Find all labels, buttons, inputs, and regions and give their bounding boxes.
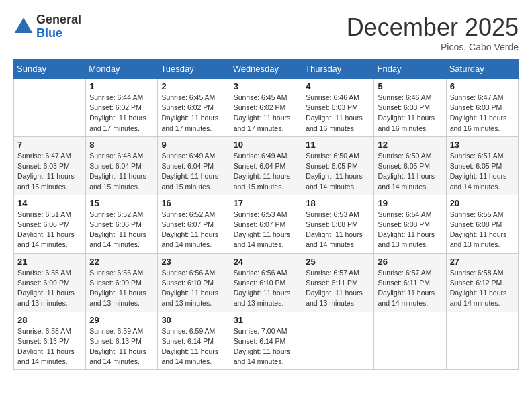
day-number: 9 bbox=[161, 140, 226, 150]
day-number: 17 bbox=[234, 198, 299, 208]
calendar-header-saturday: Saturday bbox=[446, 60, 518, 79]
calendar-cell: 20Sunrise: 6:55 AM Sunset: 6:08 PM Dayli… bbox=[446, 195, 518, 253]
day-info: Sunrise: 6:49 AM Sunset: 6:04 PM Dayligh… bbox=[234, 151, 299, 192]
calendar-cell: 23Sunrise: 6:56 AM Sunset: 6:10 PM Dayli… bbox=[158, 253, 230, 312]
day-info: Sunrise: 6:53 AM Sunset: 6:07 PM Dayligh… bbox=[234, 210, 299, 250]
calendar-cell: 7Sunrise: 6:47 AM Sunset: 6:03 PM Daylig… bbox=[14, 136, 86, 195]
day-number: 20 bbox=[450, 198, 515, 208]
svg-marker-0 bbox=[15, 17, 33, 33]
day-number: 22 bbox=[89, 257, 154, 267]
day-info: Sunrise: 6:51 AM Sunset: 6:05 PM Dayligh… bbox=[450, 151, 515, 192]
day-number: 30 bbox=[161, 315, 226, 325]
calendar-week-row: 21Sunrise: 6:55 AM Sunset: 6:09 PM Dayli… bbox=[14, 253, 519, 312]
calendar-cell: 27Sunrise: 6:58 AM Sunset: 6:12 PM Dayli… bbox=[446, 253, 518, 312]
day-number: 19 bbox=[378, 198, 442, 208]
day-info: Sunrise: 6:47 AM Sunset: 6:03 PM Dayligh… bbox=[450, 93, 515, 134]
day-number: 2 bbox=[161, 81, 226, 91]
calendar-cell: 5Sunrise: 6:46 AM Sunset: 6:03 PM Daylig… bbox=[374, 79, 446, 137]
day-info: Sunrise: 6:50 AM Sunset: 6:05 PM Dayligh… bbox=[378, 151, 442, 192]
calendar-cell: 10Sunrise: 6:49 AM Sunset: 6:04 PM Dayli… bbox=[230, 136, 302, 195]
calendar-cell: 22Sunrise: 6:56 AM Sunset: 6:09 PM Dayli… bbox=[86, 253, 158, 312]
day-number: 26 bbox=[378, 257, 442, 267]
calendar-cell: 12Sunrise: 6:50 AM Sunset: 6:05 PM Dayli… bbox=[374, 136, 446, 195]
day-info: Sunrise: 6:56 AM Sunset: 6:10 PM Dayligh… bbox=[234, 268, 299, 309]
calendar-cell: 30Sunrise: 6:59 AM Sunset: 6:14 PM Dayli… bbox=[158, 312, 230, 370]
day-info: Sunrise: 6:44 AM Sunset: 6:02 PM Dayligh… bbox=[89, 93, 154, 134]
day-number: 18 bbox=[306, 198, 370, 208]
day-info: Sunrise: 6:51 AM Sunset: 6:06 PM Dayligh… bbox=[17, 210, 82, 250]
day-number: 15 bbox=[89, 198, 154, 208]
logo-general-text: General bbox=[36, 13, 81, 27]
day-info: Sunrise: 6:56 AM Sunset: 6:10 PM Dayligh… bbox=[161, 268, 226, 309]
day-info: Sunrise: 6:56 AM Sunset: 6:09 PM Dayligh… bbox=[89, 268, 154, 309]
calendar-cell: 19Sunrise: 6:54 AM Sunset: 6:08 PM Dayli… bbox=[374, 195, 446, 253]
day-number: 8 bbox=[89, 140, 154, 150]
calendar-week-row: 14Sunrise: 6:51 AM Sunset: 6:06 PM Dayli… bbox=[14, 195, 519, 253]
calendar-cell: 29Sunrise: 6:59 AM Sunset: 6:13 PM Dayli… bbox=[86, 312, 158, 370]
day-info: Sunrise: 7:00 AM Sunset: 6:14 PM Dayligh… bbox=[234, 326, 299, 367]
calendar-cell: 28Sunrise: 6:58 AM Sunset: 6:13 PM Dayli… bbox=[14, 312, 86, 370]
day-info: Sunrise: 6:45 AM Sunset: 6:02 PM Dayligh… bbox=[234, 93, 299, 134]
calendar-table: SundayMondayTuesdayWednesdayThursdayFrid… bbox=[13, 59, 519, 370]
calendar-cell: 24Sunrise: 6:56 AM Sunset: 6:10 PM Dayli… bbox=[230, 253, 302, 312]
day-info: Sunrise: 6:52 AM Sunset: 6:07 PM Dayligh… bbox=[161, 210, 226, 250]
calendar-cell: 14Sunrise: 6:51 AM Sunset: 6:06 PM Dayli… bbox=[14, 195, 86, 253]
day-info: Sunrise: 6:46 AM Sunset: 6:03 PM Dayligh… bbox=[378, 93, 442, 134]
calendar-cell bbox=[374, 312, 446, 370]
calendar-cell: 18Sunrise: 6:53 AM Sunset: 6:08 PM Dayli… bbox=[302, 195, 374, 253]
day-info: Sunrise: 6:59 AM Sunset: 6:14 PM Dayligh… bbox=[161, 326, 226, 367]
calendar-cell: 21Sunrise: 6:55 AM Sunset: 6:09 PM Dayli… bbox=[14, 253, 86, 312]
day-number: 11 bbox=[306, 140, 370, 150]
calendar-header-sunday: Sunday bbox=[14, 60, 86, 79]
day-number: 16 bbox=[161, 198, 226, 208]
day-info: Sunrise: 6:55 AM Sunset: 6:09 PM Dayligh… bbox=[17, 268, 82, 309]
day-number: 27 bbox=[450, 257, 515, 267]
logo-text: General Blue bbox=[36, 13, 81, 40]
day-number: 10 bbox=[234, 140, 299, 150]
calendar-cell: 26Sunrise: 6:57 AM Sunset: 6:11 PM Dayli… bbox=[374, 253, 446, 312]
calendar-cell: 31Sunrise: 7:00 AM Sunset: 6:14 PM Dayli… bbox=[230, 312, 302, 370]
day-number: 28 bbox=[17, 315, 82, 325]
day-number: 14 bbox=[17, 198, 82, 208]
calendar-cell: 4Sunrise: 6:46 AM Sunset: 6:03 PM Daylig… bbox=[302, 79, 374, 137]
day-info: Sunrise: 6:58 AM Sunset: 6:12 PM Dayligh… bbox=[450, 268, 515, 309]
calendar-cell: 11Sunrise: 6:50 AM Sunset: 6:05 PM Dayli… bbox=[302, 136, 374, 195]
day-info: Sunrise: 6:47 AM Sunset: 6:03 PM Dayligh… bbox=[17, 151, 82, 192]
calendar-header-wednesday: Wednesday bbox=[230, 60, 302, 79]
calendar-week-row: 7Sunrise: 6:47 AM Sunset: 6:03 PM Daylig… bbox=[14, 136, 519, 195]
calendar-cell: 8Sunrise: 6:48 AM Sunset: 6:04 PM Daylig… bbox=[86, 136, 158, 195]
day-number: 21 bbox=[17, 257, 82, 267]
day-info: Sunrise: 6:57 AM Sunset: 6:11 PM Dayligh… bbox=[378, 268, 442, 309]
day-info: Sunrise: 6:45 AM Sunset: 6:02 PM Dayligh… bbox=[161, 93, 226, 134]
day-number: 3 bbox=[234, 81, 299, 91]
calendar-cell: 3Sunrise: 6:45 AM Sunset: 6:02 PM Daylig… bbox=[230, 79, 302, 137]
day-info: Sunrise: 6:46 AM Sunset: 6:03 PM Dayligh… bbox=[306, 93, 370, 134]
day-number: 31 bbox=[234, 315, 299, 325]
day-info: Sunrise: 6:50 AM Sunset: 6:05 PM Dayligh… bbox=[306, 151, 370, 192]
day-number: 6 bbox=[450, 81, 515, 91]
location-subtitle: Picos, Cabo Verde bbox=[347, 42, 519, 52]
title-section: December 2025 Picos, Cabo Verde bbox=[347, 13, 519, 52]
calendar-header-monday: Monday bbox=[86, 60, 158, 79]
day-info: Sunrise: 6:57 AM Sunset: 6:11 PM Dayligh… bbox=[306, 268, 370, 309]
calendar-header-tuesday: Tuesday bbox=[158, 60, 230, 79]
day-info: Sunrise: 6:58 AM Sunset: 6:13 PM Dayligh… bbox=[17, 326, 82, 367]
calendar-cell: 2Sunrise: 6:45 AM Sunset: 6:02 PM Daylig… bbox=[158, 79, 230, 137]
day-number: 5 bbox=[378, 81, 442, 91]
calendar-cell: 17Sunrise: 6:53 AM Sunset: 6:07 PM Dayli… bbox=[230, 195, 302, 253]
day-number: 24 bbox=[234, 257, 299, 267]
day-number: 23 bbox=[161, 257, 226, 267]
calendar-cell: 6Sunrise: 6:47 AM Sunset: 6:03 PM Daylig… bbox=[446, 79, 518, 137]
calendar-week-row: 1Sunrise: 6:44 AM Sunset: 6:02 PM Daylig… bbox=[14, 79, 519, 137]
day-number: 1 bbox=[89, 81, 154, 91]
logo-blue-text: Blue bbox=[36, 27, 81, 40]
day-number: 4 bbox=[306, 81, 370, 91]
day-info: Sunrise: 6:55 AM Sunset: 6:08 PM Dayligh… bbox=[450, 210, 515, 250]
day-number: 25 bbox=[306, 257, 370, 267]
day-info: Sunrise: 6:52 AM Sunset: 6:06 PM Dayligh… bbox=[89, 210, 154, 250]
day-info: Sunrise: 6:54 AM Sunset: 6:08 PM Dayligh… bbox=[378, 210, 442, 250]
calendar-cell: 25Sunrise: 6:57 AM Sunset: 6:11 PM Dayli… bbox=[302, 253, 374, 312]
calendar-cell: 16Sunrise: 6:52 AM Sunset: 6:07 PM Dayli… bbox=[158, 195, 230, 253]
day-info: Sunrise: 6:49 AM Sunset: 6:04 PM Dayligh… bbox=[161, 151, 226, 192]
day-info: Sunrise: 6:53 AM Sunset: 6:08 PM Dayligh… bbox=[306, 210, 370, 250]
